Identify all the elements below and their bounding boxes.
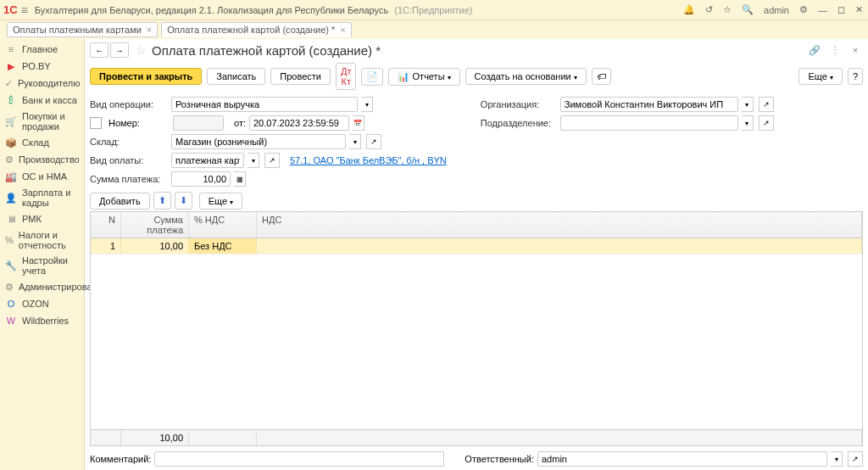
close-icon[interactable]: × [147,25,152,35]
pay-type-input[interactable] [171,153,244,168]
back-button[interactable]: ← [90,42,108,58]
more-button[interactable]: Еще▾ [798,68,842,85]
sidebar-item[interactable]: WWildberries [0,312,84,329]
number-label: Номер: [108,118,170,128]
search-icon[interactable]: 🔍 [740,3,755,17]
open-icon[interactable]: ↗ [759,97,774,112]
close-window-icon[interactable]: ✕ [854,3,865,17]
nav-label: Настройки учета [22,255,79,276]
number-checkbox[interactable] [90,117,102,129]
sidebar-item[interactable]: 👤Зарплата и кадры [0,185,84,210]
forward-button[interactable]: → [110,42,129,58]
star-icon[interactable]: ☆ [136,43,147,57]
table-more-button[interactable]: Еще▾ [199,193,242,210]
sidebar-item[interactable]: 🏭ОС и НМА [0,168,84,185]
pay-type-label: Вид оплаты: [90,155,168,165]
warehouse-label: Склад: [90,137,168,147]
bell-icon[interactable]: 🔔 [682,3,697,17]
dropdown-icon[interactable]: ▾ [361,97,373,112]
comment-input[interactable] [154,451,444,467]
col-n[interactable]: N [91,212,121,238]
nav-icon: W [5,315,17,327]
sidebar-item[interactable]: %Налоги и отчетность [0,227,84,253]
nav-label: Налоги и отчетность [19,230,79,250]
more-icon[interactable]: ⋮ [827,42,843,58]
nav-icon: 🛒 [5,115,17,127]
sidebar-item[interactable]: ✓Руководителю [0,75,84,92]
number-input[interactable] [173,115,224,131]
warehouse-input[interactable] [171,134,346,149]
resp-label: Ответственный: [465,454,534,464]
favorite-icon[interactable]: ☆ [721,3,733,17]
nav-label: Зарплата и кадры [22,187,79,208]
open-icon[interactable]: ↗ [366,134,381,149]
nav-label: Покупки и продажи [22,111,79,131]
dropdown-icon[interactable]: ▾ [248,153,259,168]
dropdown-icon[interactable]: ▾ [742,115,754,131]
nav-label: OZON [22,299,49,309]
sidebar-item[interactable]: OOZON [0,295,84,312]
tab-bar: Оплаты платежными картами× Оплата платеж… [0,20,868,39]
sidebar-item[interactable]: ₿Банк и касса [0,92,84,109]
write-button[interactable]: Записать [207,68,265,85]
date-input[interactable] [249,115,349,131]
nav-icon: ₿ [5,94,17,106]
nav-label: Wildberries [22,316,69,326]
sidebar-item[interactable]: 📦Склад [0,134,84,151]
close-page-icon[interactable]: × [848,42,863,58]
sidebar-item[interactable]: ▶PO.BY [0,58,84,75]
calendar-icon[interactable]: 📅 [353,115,364,131]
sidebar-item[interactable]: 🔧Настройки учета [0,253,84,278]
calc-icon[interactable]: ▦ [234,171,246,187]
sidebar-item[interactable]: ⚙Администрирование [0,278,84,295]
nav-icon: % [5,234,14,246]
nav-icon: ▶ [5,60,17,72]
minimize-icon[interactable]: — [816,3,829,17]
dropdown-icon[interactable]: ▾ [742,97,754,112]
col-vat[interactable]: % НДС [189,212,257,238]
maximize-icon[interactable]: ◻ [836,3,847,17]
open-icon[interactable]: ↗ [848,451,863,467]
sidebar-item[interactable]: 🖥РМК [0,210,84,227]
history-icon[interactable]: ↺ [704,3,715,17]
op-type-label: Вид операции: [90,99,168,109]
sidebar-item[interactable]: 🛒Покупки и продажи [0,109,84,134]
move-down-button[interactable]: ⬇ [175,192,192,210]
user-label[interactable]: admin [762,3,791,17]
tab-payment-create[interactable]: Оплата платежной картой (создание) *× [161,22,351,37]
settings-icon[interactable]: ⚙ [798,3,810,17]
dept-input[interactable] [560,115,738,131]
op-type-input[interactable] [171,97,358,112]
reports-button[interactable]: 📊 Отчеты▾ [388,68,459,86]
sidebar-item[interactable]: ≡Главное [0,41,84,58]
col-sum[interactable]: Сумма платежа [121,212,189,238]
post-button[interactable]: Провести [270,68,331,85]
add-button[interactable]: Добавить [90,193,150,210]
close-icon[interactable]: × [340,25,345,35]
nav-label: РМК [22,214,42,224]
tab-payments-list[interactable]: Оплаты платежными картами× [7,22,158,37]
move-up-button[interactable]: ⬆ [153,192,171,210]
dropdown-icon[interactable]: ▾ [831,451,843,467]
post-and-close-button[interactable]: Провести и закрыть [90,68,202,85]
open-icon[interactable]: ↗ [264,153,280,168]
table-row[interactable]: 110,00Без НДС [91,238,862,255]
nav-icon: 🖥 [5,213,17,225]
dropdown-icon[interactable]: ▾ [349,134,361,149]
col-vatv[interactable]: НДС [257,212,862,238]
help-button[interactable]: ? [848,68,863,85]
resp-input[interactable] [537,451,827,467]
open-icon[interactable]: ↗ [759,115,774,131]
structure-button[interactable]: 🏷 [592,68,611,85]
create-based-button[interactable]: Создать на основании▾ [465,68,587,85]
print-button[interactable]: 📄 [361,68,383,86]
dtkt-button[interactable]: ДтКт [336,63,357,90]
main-menu-icon[interactable]: ≡ [21,3,28,17]
bank-link[interactable]: 57.1, ОАО "Банк БелВЭБ", б/н , BYN [290,155,447,165]
link-icon[interactable]: 🔗 [807,42,822,58]
sidebar-item[interactable]: ⚙Производство [0,151,84,168]
amount-input[interactable] [171,171,231,187]
org-input[interactable] [560,97,738,112]
nav-icon: 🔧 [5,260,17,271]
nav-icon: 👤 [5,192,17,204]
